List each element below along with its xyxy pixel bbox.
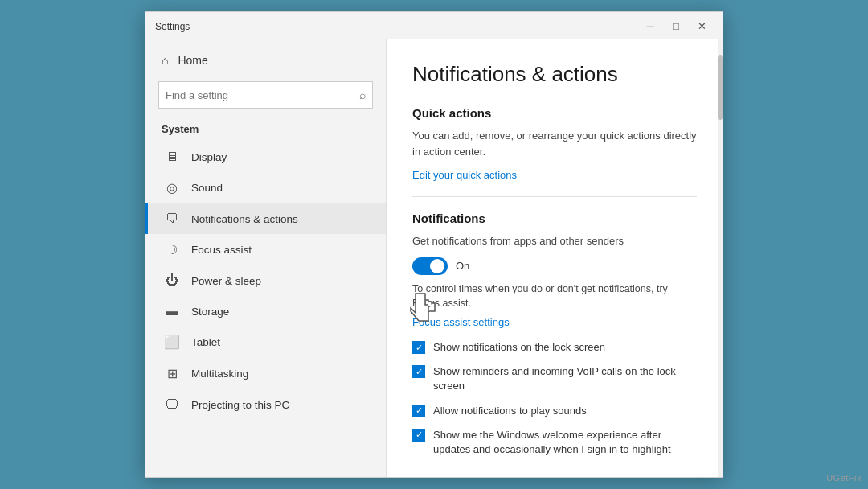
minimize-button[interactable]: ─ xyxy=(639,18,661,35)
display-icon: 🖥 xyxy=(164,150,180,164)
storage-icon: ▬ xyxy=(164,304,180,318)
focus-assist-icon: ☽ xyxy=(164,242,180,257)
checkbox-welcome-input[interactable]: ✓ xyxy=(412,429,425,442)
checkmark-icon: ✓ xyxy=(416,343,423,352)
checkmark-icon: ✓ xyxy=(416,430,423,439)
settings-window: Settings ─ □ ✕ ⌂ Home ⌕ System 🖥 Display xyxy=(145,11,723,478)
scrollbar-thumb[interactable] xyxy=(718,55,723,120)
sidebar-section-label: System xyxy=(145,118,386,142)
checkbox-welcome: ✓ Show me the Windows welcome experience… xyxy=(412,428,697,457)
notifications-toggle[interactable] xyxy=(412,257,448,275)
close-button[interactable]: ✕ xyxy=(690,18,713,35)
titlebar: Settings ─ □ ✕ xyxy=(145,12,723,39)
notifications-icon: 🗨 xyxy=(164,212,180,226)
sidebar-item-notifications[interactable]: 🗨 Notifications & actions xyxy=(145,203,386,234)
sidebar-item-label: Multitasking xyxy=(191,368,248,380)
sidebar-item-multitasking[interactable]: ⊞ Multitasking xyxy=(145,358,386,389)
scrollbar[interactable] xyxy=(718,39,723,477)
window-content: ⌂ Home ⌕ System 🖥 Display ◎ Sound 🗨 Noti… xyxy=(145,39,723,477)
sidebar: ⌂ Home ⌕ System 🖥 Display ◎ Sound 🗨 Noti… xyxy=(145,39,387,477)
toggle-label: On xyxy=(456,260,469,272)
checkbox-lock-screen: ✓ Show notifications on the lock screen xyxy=(412,340,697,355)
checkbox-voip: ✓ Show reminders and incoming VoIP calls… xyxy=(412,364,697,393)
notifications-toggle-row: On xyxy=(412,257,697,275)
sidebar-home-label: Home xyxy=(178,54,207,67)
sidebar-item-sound[interactable]: ◎ Sound xyxy=(145,172,386,203)
titlebar-title: Settings xyxy=(155,21,190,32)
titlebar-controls: ─ □ ✕ xyxy=(639,18,713,35)
watermark: UGetFix xyxy=(826,473,862,483)
sidebar-item-power-sleep[interactable]: ⏻ Power & sleep xyxy=(145,265,386,296)
tablet-icon: ⬜ xyxy=(164,335,180,350)
checkmark-icon: ✓ xyxy=(416,406,423,415)
checkbox-voip-input[interactable]: ✓ xyxy=(412,365,425,378)
edit-quick-actions-link[interactable]: Edit your quick actions xyxy=(412,169,517,181)
checkmark-icon: ✓ xyxy=(416,368,423,376)
get-notifications-label: Get notifications from apps and other se… xyxy=(412,233,697,249)
search-input[interactable] xyxy=(166,89,359,101)
search-box: ⌕ xyxy=(158,81,373,109)
sidebar-item-label: Display xyxy=(191,151,227,163)
checkbox-welcome-label: Show me the Windows welcome experience a… xyxy=(433,428,697,457)
checkbox-voip-label: Show reminders and incoming VoIP calls o… xyxy=(433,364,697,393)
sidebar-item-label: Tablet xyxy=(191,336,220,348)
divider xyxy=(412,196,697,197)
sidebar-item-home[interactable]: ⌂ Home xyxy=(145,46,386,75)
checkbox-sounds-input[interactable]: ✓ xyxy=(412,405,425,417)
sidebar-item-projecting[interactable]: 🖵 Projecting to this PC xyxy=(145,389,386,420)
toggle-knob xyxy=(430,259,444,273)
search-icon[interactable]: ⌕ xyxy=(359,88,366,101)
quick-actions-desc: You can add, remove, or rearrange your q… xyxy=(412,128,697,159)
page-title: Notifications & actions xyxy=(412,62,697,87)
power-icon: ⏻ xyxy=(164,273,180,288)
projecting-icon: 🖵 xyxy=(164,397,180,412)
maximize-button[interactable]: □ xyxy=(665,18,687,35)
sidebar-item-label: Power & sleep xyxy=(191,275,261,287)
home-icon: ⌂ xyxy=(162,54,168,67)
sidebar-item-label: Storage xyxy=(191,306,229,318)
sidebar-item-tablet[interactable]: ⬜ Tablet xyxy=(145,327,386,358)
checkbox-lock-screen-input[interactable]: ✓ xyxy=(412,341,425,354)
notifications-title: Notifications xyxy=(412,212,697,225)
focus-assist-hint: To control times when you do or don't ge… xyxy=(412,281,697,312)
sidebar-item-label: Sound xyxy=(191,182,223,194)
sidebar-item-display[interactable]: 🖥 Display xyxy=(145,142,386,172)
checkbox-sounds-label: Allow notifications to play sounds xyxy=(433,404,587,418)
sound-icon: ◎ xyxy=(164,180,180,195)
sidebar-item-label: Notifications & actions xyxy=(191,213,298,225)
main-panel: Notifications & actions Quick actions Yo… xyxy=(387,39,723,477)
quick-actions-title: Quick actions xyxy=(412,106,697,120)
sidebar-item-label: Projecting to this PC xyxy=(191,399,289,411)
focus-assist-link[interactable]: Focus assist settings xyxy=(412,316,510,328)
sidebar-item-storage[interactable]: ▬ Storage xyxy=(145,296,386,327)
checkbox-sounds: ✓ Allow notifications to play sounds xyxy=(412,404,697,418)
checkbox-lock-screen-label: Show notifications on the lock screen xyxy=(433,340,605,355)
sidebar-item-label: Focus assist xyxy=(191,244,252,256)
sidebar-item-focus-assist[interactable]: ☽ Focus assist xyxy=(145,234,386,265)
multitasking-icon: ⊞ xyxy=(164,366,180,381)
